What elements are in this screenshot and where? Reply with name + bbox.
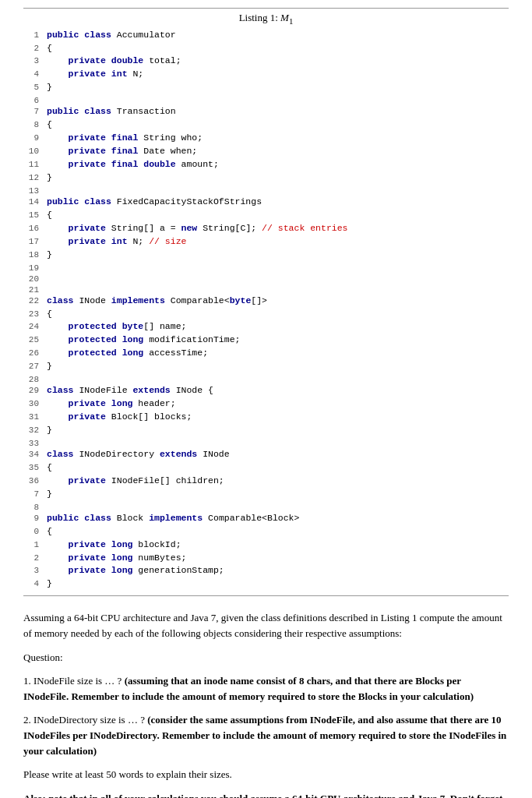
code-line-22: 22 class INode implements Comparable<byt… xyxy=(23,295,509,308)
line-content-34: class INodeDirectory extends INode xyxy=(47,448,509,461)
line-num-27: 27 xyxy=(23,360,39,373)
line-num-31: 31 xyxy=(23,411,39,424)
code-line-19: 19 xyxy=(23,262,509,273)
intro-paragraph: Assuming a 64-bit CPU architecture and J… xyxy=(23,610,509,641)
code-line-10: 10 private final Date when; xyxy=(23,145,509,158)
line-num-16: 16 xyxy=(23,222,39,235)
code-line-33: 33 xyxy=(23,437,509,448)
line-content-42: private long numBytes; xyxy=(47,552,509,565)
line-content-15: { xyxy=(47,209,509,222)
line-content-36: private INodeFile[] children; xyxy=(47,475,509,488)
code-line-11: 11 private final double amount; xyxy=(23,158,509,171)
line-content-14: public class FixedCapacityStackOfStrings xyxy=(47,196,509,209)
code-line-41: 1 private long blockId; xyxy=(23,538,509,552)
line-content-25: protected long modificationTime; xyxy=(47,334,509,347)
code-line-38: 8 xyxy=(23,501,509,512)
code-line-20: 20 xyxy=(23,273,509,284)
code-line-27: 27 } xyxy=(23,360,509,373)
line-content-4: private int N; xyxy=(47,68,509,81)
line-num-35: 35 xyxy=(23,461,39,475)
code-line-44: 4 } xyxy=(23,577,509,591)
line-num-39: 9 xyxy=(23,512,39,525)
line-content-3: private double total; xyxy=(47,55,509,68)
line-content-18: } xyxy=(47,249,509,262)
line-content-35: { xyxy=(47,461,509,475)
code-line-39: 9 public class Block implements Comparab… xyxy=(23,512,509,525)
code-line-36: 36 private INodeFile[] children; xyxy=(23,475,509,488)
code-line-25: 25 protected long modificationTime; xyxy=(23,334,509,347)
code-line-42: 2 private long numBytes; xyxy=(23,552,509,565)
line-num-14: 14 xyxy=(23,196,39,209)
code-line-8: 8 { xyxy=(23,118,509,132)
listing-m1-sub: 1 xyxy=(289,16,293,26)
line-content-24: protected byte[] name; xyxy=(47,320,509,334)
line-content-26: protected long accessTime; xyxy=(47,347,509,360)
text-section: Assuming a 64-bit CPU architecture and J… xyxy=(23,610,509,798)
line-num-24: 24 xyxy=(23,320,39,334)
code-line-17: 17 private int N; // size xyxy=(23,235,509,249)
line-num-43: 3 xyxy=(23,564,39,577)
line-num-9: 9 xyxy=(23,132,39,145)
line-num-32: 32 xyxy=(23,424,39,437)
code-line-26: 26 protected long accessTime; xyxy=(23,347,509,360)
code-line-40: 0 { xyxy=(23,525,509,538)
q1-paragraph: 1. INodeFile size is … ? (assuming that … xyxy=(23,673,509,704)
code-line-43: 3 private long generationStamp; xyxy=(23,564,509,577)
code-line-9: 9 private final String who; xyxy=(23,132,509,145)
code-line-12: 12 } xyxy=(23,171,509,185)
line-num-40: 0 xyxy=(23,525,39,538)
line-content-2: { xyxy=(47,42,509,55)
line-content-32: } xyxy=(47,424,509,437)
q2-text: 2. INodeDirectory size is … ? xyxy=(23,714,145,726)
line-content-11: private final double amount; xyxy=(47,158,509,171)
code-line-5: 5 } xyxy=(23,81,509,94)
code-line-32: 32 } xyxy=(23,424,509,437)
line-num-2: 2 xyxy=(23,42,39,55)
line-num-4: 4 xyxy=(23,68,39,81)
line-num-29: 29 xyxy=(23,384,39,397)
line-content-41: private long blockId; xyxy=(47,538,509,552)
line-num-15: 15 xyxy=(23,209,39,222)
line-num-25: 25 xyxy=(23,334,39,347)
code-line-4: 4 private int N; xyxy=(23,68,509,81)
listing-header: Listing 1: M1 xyxy=(23,8,509,26)
line-num-18: 18 xyxy=(23,249,39,262)
line-num-22: 22 xyxy=(23,295,39,308)
line-num-44: 4 xyxy=(23,577,39,591)
line-num-3: 3 xyxy=(23,55,39,68)
code-line-37: 7 } xyxy=(23,488,509,501)
question-label: Question: xyxy=(23,650,509,666)
line-content-40: { xyxy=(47,525,509,538)
line-num-30: 30 xyxy=(23,397,39,411)
code-line-3: 3 private double total; xyxy=(23,55,509,68)
line-num-8: 8 xyxy=(23,118,39,132)
also-paragraph: Also: note that in all of your calculati… xyxy=(23,791,509,798)
listing-m1: M xyxy=(280,12,289,23)
code-block: 1 public class Accumulator 2 { 3 private… xyxy=(23,29,509,597)
line-num-37: 7 xyxy=(23,488,39,501)
line-content-7: public class Transaction xyxy=(47,105,509,118)
line-num-23: 23 xyxy=(23,308,39,321)
line-content-27: } xyxy=(47,360,509,373)
listing-title: Listing 1: M1 xyxy=(239,12,294,23)
line-num-42: 2 xyxy=(23,552,39,565)
line-content-8: { xyxy=(47,118,509,132)
line-content-44: } xyxy=(47,577,509,591)
line-content-5: } xyxy=(47,81,509,94)
line-content-17: private int N; // size xyxy=(47,235,509,249)
line-content-10: private final Date when; xyxy=(47,145,509,158)
line-num-41: 1 xyxy=(23,538,39,552)
code-line-6: 6 xyxy=(23,94,509,105)
code-line-21: 21 xyxy=(23,284,509,295)
line-num-17: 17 xyxy=(23,235,39,249)
code-line-1: 1 public class Accumulator xyxy=(23,29,509,42)
line-content-29: class INodeFile extends INode { xyxy=(47,384,509,397)
code-line-2: 2 { xyxy=(23,42,509,55)
line-content-22: class INode implements Comparable<byte[]… xyxy=(47,295,509,308)
code-line-34: 34 class INodeDirectory extends INode xyxy=(23,448,509,461)
line-num-7: 7 xyxy=(23,105,39,118)
line-content-1: public class Accumulator xyxy=(47,29,509,42)
line-content-9: private final String who; xyxy=(47,132,509,145)
code-line-13: 13 xyxy=(23,185,509,196)
line-num-1: 1 xyxy=(23,29,39,42)
